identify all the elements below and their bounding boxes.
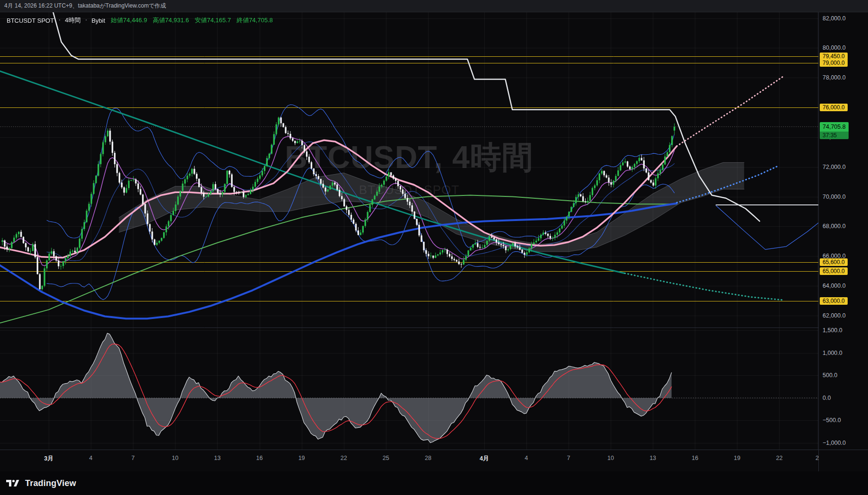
time-tick: 16 [692, 455, 698, 461]
indicator-tick: −1,000.0 [823, 440, 846, 446]
time-tick: 22 [341, 455, 347, 461]
time-tick: 19 [734, 455, 740, 461]
price-tick: 82,000.0 [823, 15, 846, 22]
indicator-tick: 0.0 [823, 395, 831, 401]
ohlc-close: 終値74,705.8 [237, 16, 273, 25]
price-level-tag[interactable]: 63,000.0 [820, 297, 848, 305]
legend-symbol[interactable]: BTCUSDT SPOT [7, 17, 54, 24]
indicator-tick: −500.0 [823, 417, 841, 424]
indicator-tick: 1,000.0 [823, 350, 842, 356]
time-tick: 25 [383, 455, 389, 461]
chart-area: BTCUSDT, 4時間 BTCUSDT SPOT BTCUSDT SPOT ・… [0, 12, 868, 471]
price-level-tag[interactable]: 65,000.0 [820, 267, 848, 275]
snapshot-info-text: 4月 14, 2026 16:22 UTC+9、takatabaがTrading… [0, 2, 166, 10]
price-tick: 70,000.0 [823, 194, 846, 200]
price-axis[interactable]: 82,000.080,000.078,000.076,000.074,000.0… [818, 12, 868, 471]
price-tick: 68,000.0 [823, 223, 846, 230]
time-tick: 7 [567, 455, 570, 461]
price-tick: 78,000.0 [823, 74, 846, 81]
time-tick: 10 [607, 455, 614, 461]
legend-exchange[interactable]: Bybit [91, 17, 105, 24]
price-tick: 72,000.0 [823, 164, 846, 170]
price-tick: 80,000.0 [823, 44, 846, 51]
ohlc-open: 始値74,446.9 [111, 16, 147, 25]
tradingview-logo-icon[interactable] [6, 478, 20, 488]
ohlc-close-value: 74,705.8 [249, 17, 273, 24]
time-tick: 16 [256, 455, 263, 461]
snapshot-info-bar: 4月 14, 2026 16:22 UTC+9、takatabaがTrading… [0, 0, 868, 12]
tradingview-wordmark[interactable]: TradingView [25, 478, 76, 488]
current-price-tag[interactable]: 74,705.837:35 [820, 122, 849, 139]
price-plot-canvas[interactable] [0, 12, 818, 450]
price-level-tag[interactable]: 76,000.0 [820, 104, 848, 111]
time-tick: 22 [776, 455, 782, 461]
time-tick: 13 [649, 455, 656, 461]
symbol-legend[interactable]: BTCUSDT SPOT ・ 4時間 ・ Bybit 始値74,446.9 高値… [7, 16, 273, 25]
ohlc-low-value: 74,165.7 [207, 17, 231, 24]
time-tick: 7 [132, 455, 135, 461]
legend-interval[interactable]: 4時間 [65, 16, 80, 25]
time-tick: 2 [815, 455, 819, 461]
ohlc-open-value: 74,446.9 [123, 17, 147, 24]
ohlc-high-label: 高値 [153, 17, 165, 24]
branding-bar: TradingView [0, 471, 868, 495]
time-tick: 10 [172, 455, 178, 461]
bar-countdown: 37:35 [820, 132, 849, 139]
time-tick: 4月 [480, 455, 489, 463]
ohlc-low: 安値74,165.7 [195, 16, 231, 25]
time-tick: 4 [525, 455, 528, 461]
ohlc-high-value: 74,931.6 [165, 17, 189, 24]
legend-separator: ・ [83, 16, 89, 25]
price-tick: 62,000.0 [823, 312, 846, 319]
legend-separator: ・ [56, 16, 62, 25]
current-price-value: 74,705.8 [820, 122, 849, 132]
price-level-tag[interactable]: 65,600.0 [820, 258, 848, 266]
time-tick: 19 [298, 455, 305, 461]
indicator-tick: 500.0 [823, 372, 837, 379]
ohlc-open-label: 始値 [111, 17, 123, 24]
time-tick: 13 [214, 455, 220, 461]
time-axis[interactable]: 3月47101316192225284月4710131619222 [0, 450, 868, 471]
price-tick: 64,000.0 [823, 283, 846, 289]
time-tick: 4 [89, 455, 93, 461]
indicator-tick: 1,500.0 [823, 327, 842, 334]
time-tick: 28 [425, 455, 431, 461]
ohlc-low-label: 安値 [195, 17, 207, 24]
time-tick: 3月 [44, 455, 53, 463]
price-level-tag[interactable]: 79,000.0 [820, 59, 848, 67]
tradingview-chart-snapshot: 4月 14, 2026 16:22 UTC+9、takatabaがTrading… [0, 0, 868, 495]
ohlc-close-label: 終値 [237, 17, 249, 24]
ohlc-high: 高値74,931.6 [153, 16, 189, 25]
